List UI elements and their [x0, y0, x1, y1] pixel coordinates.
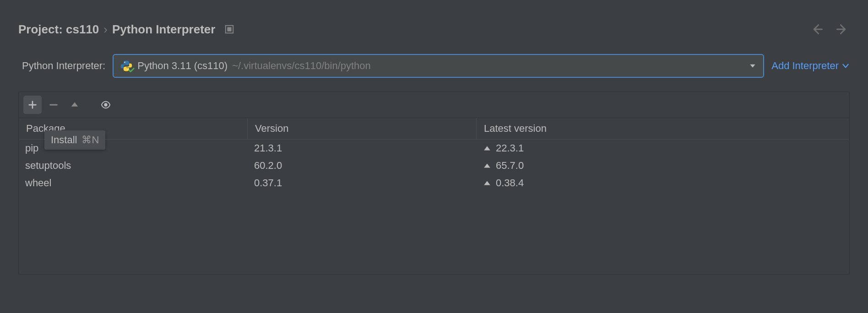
forward-button[interactable]: [835, 22, 850, 37]
back-button[interactable]: [809, 22, 824, 37]
upgrade-available-icon: [483, 179, 491, 187]
package-version-cell: 0.37.1: [248, 174, 477, 192]
package-name-cell: setuptools: [19, 157, 248, 174]
interpreter-path: ~/.virtualenvs/cs110/bin/python: [232, 60, 371, 72]
packages-toolbar: [19, 92, 849, 118]
packages-table-header: Package Version Latest version: [19, 118, 849, 140]
packages-panel: Install ⌘N Package Version Latest versio…: [18, 92, 850, 275]
upgrade-available-icon: [483, 144, 491, 152]
latest-version-text: 65.7.0: [496, 160, 524, 172]
package-latest-cell: 0.38.4: [477, 174, 849, 192]
package-latest-cell: 65.7.0: [477, 157, 849, 174]
uninstall-package-button[interactable]: [44, 96, 63, 114]
table-row[interactable]: pip 21.3.1 22.3.1: [19, 140, 849, 157]
breadcrumb-project[interactable]: Project: cs110: [18, 22, 99, 37]
chevron-down-icon: [749, 62, 757, 70]
popout-window-icon[interactable]: [224, 24, 234, 34]
add-interpreter-link[interactable]: Add Interpreter: [771, 60, 850, 72]
show-early-releases-button[interactable]: [97, 96, 115, 114]
column-header-latest[interactable]: Latest version: [477, 118, 849, 139]
chevron-down-icon: [841, 62, 850, 70]
packages-table-body: pip 21.3.1 22.3.1 setuptools 60.2.0 65.7…: [19, 140, 849, 274]
interpreter-label: Python Interpreter:: [22, 60, 105, 72]
svg-rect-1: [228, 27, 232, 31]
package-name-cell: wheel: [19, 174, 248, 192]
install-tooltip: Install ⌘N: [44, 130, 105, 150]
table-row[interactable]: wheel 0.37.1 0.38.4: [19, 174, 849, 192]
python-icon: [120, 59, 133, 72]
package-version-cell: 21.3.1: [248, 140, 477, 157]
package-latest-cell: 22.3.1: [477, 140, 849, 157]
upgrade-available-icon: [483, 162, 491, 170]
tooltip-label: Install: [51, 134, 77, 146]
latest-version-text: 0.38.4: [496, 177, 524, 189]
svg-point-4: [104, 103, 107, 106]
package-version-cell: 60.2.0: [248, 157, 477, 174]
add-interpreter-label: Add Interpreter: [771, 60, 839, 72]
upgrade-package-button[interactable]: [65, 96, 84, 114]
install-package-button[interactable]: [23, 96, 42, 114]
breadcrumb-separator: ›: [103, 22, 108, 37]
latest-version-text: 22.3.1: [496, 142, 524, 154]
table-row[interactable]: setuptools 60.2.0 65.7.0: [19, 157, 849, 174]
column-header-version[interactable]: Version: [248, 118, 477, 139]
tooltip-shortcut: ⌘N: [81, 134, 99, 146]
breadcrumb: Project: cs110 › Python Interpreter: [18, 22, 234, 37]
svg-point-2: [125, 62, 125, 63]
breadcrumb-page: Python Interpreter: [112, 22, 215, 37]
interpreter-select[interactable]: Python 3.11 (cs110) ~/.virtualenvs/cs110…: [113, 54, 764, 78]
interpreter-name: Python 3.11 (cs110): [137, 60, 228, 72]
